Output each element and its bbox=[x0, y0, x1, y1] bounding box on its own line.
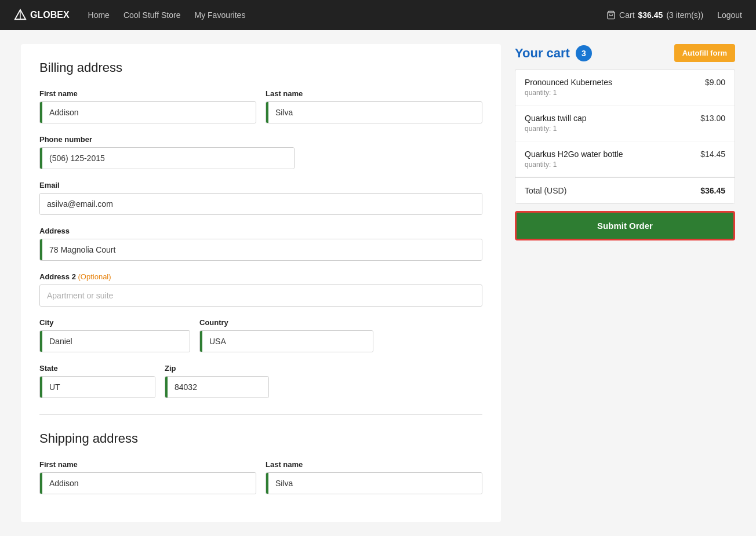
email-label: Email bbox=[39, 181, 482, 189]
cart-total-label: Total (USD) bbox=[525, 186, 566, 195]
first-name-label: First name bbox=[39, 89, 256, 98]
city-input[interactable] bbox=[42, 331, 190, 352]
zip-input[interactable] bbox=[168, 377, 269, 398]
billing-title: Billing address bbox=[39, 60, 482, 75]
shipping-last-name-label: Last name bbox=[266, 460, 482, 469]
last-name-label: Last name bbox=[266, 89, 482, 98]
shipping-first-name-label: First name bbox=[39, 460, 256, 469]
autofill-button[interactable]: Autofill form bbox=[674, 44, 735, 62]
zip-label: Zip bbox=[165, 364, 269, 373]
billing-form-section: Billing address First name Last name bbox=[21, 44, 501, 522]
cart-icon bbox=[606, 10, 616, 20]
phone-input-wrapper bbox=[39, 147, 295, 169]
country-input[interactable] bbox=[202, 331, 373, 352]
last-name-input[interactable] bbox=[268, 102, 482, 123]
navbar: GLOBEX Home Cool Stuff Store My Favourit… bbox=[0, 0, 756, 30]
shipping-first-name-wrapper bbox=[39, 472, 256, 494]
address-group: Address bbox=[39, 227, 482, 261]
email-group: Email bbox=[39, 181, 482, 215]
zip-input-wrapper bbox=[165, 376, 269, 398]
shipping-first-name-input[interactable] bbox=[42, 473, 256, 494]
cart-item-name: Quarkus twill cap bbox=[525, 114, 587, 123]
city-label: City bbox=[39, 318, 190, 327]
email-input[interactable] bbox=[40, 194, 482, 214]
city-country-row: City Country bbox=[39, 318, 482, 352]
cart-item: Quarkus H2Go water bottle quantity: 1 $1… bbox=[515, 141, 735, 177]
phone-label: Phone number bbox=[39, 135, 295, 144]
first-name-input-wrapper bbox=[39, 101, 256, 123]
cart-title: Your cart bbox=[515, 46, 570, 61]
nav-cart[interactable]: Cart $36.45 (3 item(s)) bbox=[606, 10, 703, 20]
cart-item-price: $13.00 bbox=[700, 114, 725, 123]
zip-group: Zip bbox=[165, 364, 269, 398]
cart-item-qty: quantity: 1 bbox=[525, 89, 612, 97]
globex-logo-icon bbox=[14, 9, 27, 21]
country-label: Country bbox=[199, 318, 373, 327]
shipping-name-row: First name Last name bbox=[39, 460, 482, 494]
address-row: Address bbox=[39, 227, 482, 261]
address2-input-wrapper bbox=[39, 285, 482, 307]
cart-item-name: Pronounced Kubernetes bbox=[525, 78, 612, 87]
cart-item-qty: quantity: 1 bbox=[525, 161, 623, 169]
cart-item-price: $14.45 bbox=[700, 150, 725, 159]
nav-my-favourites[interactable]: My Favourites bbox=[195, 10, 246, 20]
shipping-last-name-group: Last name bbox=[266, 460, 482, 494]
state-group: State bbox=[39, 364, 155, 398]
logout-link[interactable]: Logout bbox=[717, 10, 742, 20]
state-label: State bbox=[39, 364, 155, 373]
address2-optional: (Optional) bbox=[78, 272, 111, 281]
cart-count: (3 item(s)) bbox=[666, 10, 703, 20]
email-input-wrapper bbox=[39, 193, 482, 215]
state-input[interactable] bbox=[42, 377, 155, 398]
address-input-wrapper bbox=[39, 239, 482, 261]
nav-home[interactable]: Home bbox=[88, 10, 110, 20]
cart-items-list: Pronounced Kubernetes quantity: 1 $9.00 … bbox=[515, 69, 735, 204]
address-label: Address bbox=[39, 227, 482, 235]
nav-cool-stuff-store[interactable]: Cool Stuff Store bbox=[123, 10, 181, 20]
shipping-first-name-group: First name bbox=[39, 460, 256, 494]
cart-item-details: Quarkus H2Go water bottle quantity: 1 bbox=[525, 150, 623, 169]
last-name-group: Last name bbox=[266, 89, 482, 123]
first-name-group: First name bbox=[39, 89, 256, 123]
address-input[interactable] bbox=[42, 239, 482, 260]
cart-header: Your cart 3 Autofill form bbox=[515, 44, 735, 62]
cart-item-details: Quarkus twill cap quantity: 1 bbox=[525, 114, 587, 133]
nav-right: Cart $36.45 (3 item(s)) Logout bbox=[606, 10, 742, 20]
city-input-wrapper bbox=[39, 330, 190, 352]
cart-amount: $36.45 bbox=[638, 10, 663, 20]
cart-item-details: Pronounced Kubernetes quantity: 1 bbox=[525, 78, 612, 97]
address2-label: Address 2 (Optional) bbox=[39, 272, 482, 281]
phone-input[interactable] bbox=[42, 148, 294, 169]
phone-row: Phone number bbox=[39, 135, 482, 169]
cart-label: Cart bbox=[619, 10, 634, 20]
nav-links: Home Cool Stuff Store My Favourites bbox=[88, 10, 607, 20]
phone-group: Phone number bbox=[39, 135, 295, 169]
email-row: Email bbox=[39, 181, 482, 215]
shipping-title: Shipping address bbox=[39, 431, 482, 446]
state-input-wrapper bbox=[39, 376, 155, 398]
cart-panel: Your cart 3 Autofill form Pronounced Kub… bbox=[515, 44, 735, 522]
address2-input[interactable] bbox=[40, 285, 482, 306]
cart-item-name: Quarkus H2Go water bottle bbox=[525, 150, 623, 159]
last-name-input-wrapper bbox=[266, 101, 482, 123]
first-name-input[interactable] bbox=[42, 102, 256, 123]
address2-group: Address 2 (Optional) bbox=[39, 272, 482, 307]
form-divider bbox=[39, 414, 482, 415]
city-group: City bbox=[39, 318, 190, 352]
cart-badge: 3 bbox=[576, 45, 592, 61]
brand-name: GLOBEX bbox=[30, 10, 70, 20]
submit-order-button[interactable]: Submit Order bbox=[515, 211, 735, 240]
cart-item-price: $9.00 bbox=[705, 78, 725, 87]
brand-logo[interactable]: GLOBEX bbox=[14, 9, 70, 21]
address2-row: Address 2 (Optional) bbox=[39, 272, 482, 307]
cart-total-amount: $36.45 bbox=[700, 186, 725, 195]
state-zip-row: State Zip bbox=[39, 364, 482, 398]
country-group: Country bbox=[199, 318, 373, 352]
cart-item: Quarkus twill cap quantity: 1 $13.00 bbox=[515, 105, 735, 141]
country-input-wrapper bbox=[199, 330, 373, 352]
shipping-last-name-wrapper bbox=[266, 472, 482, 494]
cart-title-group: Your cart 3 bbox=[515, 45, 592, 61]
shipping-last-name-input[interactable] bbox=[268, 473, 482, 494]
name-row: First name Last name bbox=[39, 89, 482, 123]
page-wrapper: Billing address First name Last name bbox=[7, 30, 749, 536]
